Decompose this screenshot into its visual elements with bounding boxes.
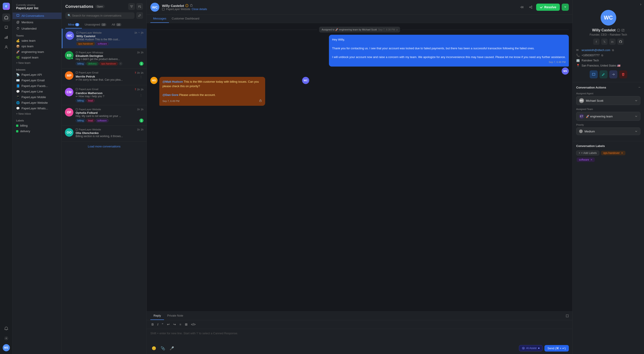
sidebar-inbox-website[interactable]: 🌐PaperLayer Website [12, 100, 62, 106]
agent-name: Michael Scott [586, 99, 603, 102]
matt-hudson-link[interactable]: @Matt Hudson [162, 80, 183, 83]
linkedin-social-icon[interactable]: in [609, 39, 616, 45]
conv-item-ophelia[interactable]: OF PaperLayer Website 1h1h Ophelia Folka… [62, 105, 146, 125]
chat-header: WC Willy Castelot ! PaperLayer Website C… [147, 0, 572, 15]
tab-mine[interactable]: Mine 6 [65, 21, 82, 29]
copy-phone-btn[interactable]: ⧉ [601, 54, 603, 57]
filter-btn[interactable] [128, 3, 135, 10]
nav-settings[interactable] [2, 334, 10, 342]
remove-ops-handover[interactable]: ✕ [621, 151, 623, 155]
contact-name: Willy Castelot [592, 28, 616, 32]
assigned-agent-select[interactable]: MS Michael Scott [576, 96, 640, 105]
audio-btn[interactable]: 🎤 [168, 344, 176, 352]
svg-point-16 [530, 7, 530, 8]
forward-contact-btn[interactable] [609, 70, 617, 78]
delete-contact-btn[interactable] [619, 70, 627, 78]
input-tab-note[interactable]: Private Note [164, 312, 186, 320]
twitter-social-icon[interactable]: 𝕏 [601, 39, 608, 45]
nav-contacts[interactable] [2, 43, 10, 51]
tab-unassigned[interactable]: Unassigned 10 [82, 21, 109, 29]
external-link-icon[interactable] [622, 29, 624, 32]
sidebar-label-billing[interactable]: billing [12, 123, 62, 128]
attach-btn[interactable]: 📎 [159, 344, 166, 352]
send-btn[interactable]: Send (⌘ + ↵) [544, 345, 569, 351]
bold-btn[interactable]: B [150, 322, 155, 327]
sidebar-inbox-line[interactable]: 💬PaperLayer Line [12, 89, 62, 94]
contact-phone: 📞 +16503037777 ⧉ [576, 53, 640, 58]
edit-contact-btn[interactable] [600, 70, 608, 78]
conv-menu-willy[interactable]: ⋮ [138, 31, 144, 38]
conv-menu-merrile[interactable]: ⋮ [138, 74, 144, 80]
undo-btn[interactable]: ↩ [166, 322, 171, 327]
add-labels-btn[interactable]: + + Add Labels [576, 150, 599, 155]
conv-menu-candice[interactable]: ⋮ [138, 92, 144, 99]
nav-reports[interactable] [2, 33, 10, 41]
sidebar-team-sales[interactable]: 💰sales team [12, 38, 62, 44]
nav-home[interactable] [2, 14, 10, 22]
sidebar-inbox-api[interactable]: 📡PaperLayer API [12, 72, 62, 78]
expand-system-msg[interactable]: › [396, 28, 398, 31]
sidebar-inbox-mobile[interactable]: 📱PaperLayer Mobile [12, 94, 62, 100]
assigned-team-select[interactable]: ET 🚀 engineering team [576, 112, 640, 121]
sidebar-inbox-facebook[interactable]: 📘PaperLayer Faceb... [12, 83, 62, 89]
list-btn[interactable]: ≡ [178, 322, 182, 327]
input-expand-btn[interactable] [566, 312, 569, 320]
collapse-conv-actions[interactable]: − [638, 85, 640, 89]
message-contact-btn[interactable] [590, 70, 598, 78]
conv-item-candice[interactable]: CM PaperLayer Email ‼️ 1h1h Candice Math… [62, 85, 146, 105]
ai-assist-btn[interactable]: AI Assist [519, 345, 543, 351]
quote-btn[interactable]: " [161, 322, 164, 327]
sort-btn[interactable] [136, 3, 143, 10]
conv-item-elisabeth[interactable]: ED PaperLayer Whatsapp 1h 1h Elisabeth D… [62, 48, 146, 69]
italic-btn[interactable]: I [156, 322, 159, 327]
sidebar-item-unattended[interactable]: ⏱ Unattended [12, 25, 62, 32]
new-inbox-btn[interactable]: + New inbox [12, 111, 62, 116]
sidebar-label-delivery[interactable]: delivery [12, 128, 62, 134]
sidebar-team-support[interactable]: 🌿support team [12, 55, 62, 60]
code-btn[interactable]: </> [190, 322, 197, 327]
sidebar: Currently viewing: PaperLayer Inc All Co… [12, 0, 62, 354]
sidebar-team-engineering[interactable]: 🚀engineering team [12, 49, 62, 55]
search-input[interactable] [65, 12, 134, 19]
whatsapp-status [71, 57, 74, 60]
more-tags-e[interactable]: › [119, 62, 122, 65]
labels-title: Conversation Labels [576, 144, 640, 148]
compose-btn[interactable] [136, 12, 143, 19]
conv-item-merrile[interactable]: MP PaperLayer Email ‼️ 1h1h Merrile Petr… [62, 69, 146, 85]
load-more-btn[interactable]: Load more conversations [62, 142, 146, 151]
conv-item-olia[interactable]: OO PaperLayer Website 1h1h Olia Olenchen… [62, 125, 146, 142]
svg-rect-10 [76, 108, 78, 110]
sidebar-item-mentions[interactable]: @ Mentions [12, 19, 62, 25]
ordered-list-btn[interactable]: ⊞ [184, 322, 189, 327]
chat-tab-dashboard[interactable]: Customer Dashboard [169, 15, 202, 23]
dan-gore-link[interactable]: @Dan Gore [162, 93, 178, 97]
facebook-social-icon[interactable]: f [593, 39, 600, 45]
redo-btn[interactable]: ↪ [172, 322, 177, 327]
right-panel-toggle[interactable]: › [640, 2, 641, 6]
sidebar-inbox-email[interactable]: ✉️PaperLayer Email [12, 78, 62, 83]
mute-btn[interactable] [518, 4, 526, 11]
tab-all[interactable]: All 16 [109, 21, 124, 29]
resolve-dropdown-btn[interactable] [562, 4, 569, 11]
conv-item-willy[interactable]: WC PaperLayer Website 1h 1h Willy Castel… [62, 29, 146, 48]
user-avatar[interactable]: MS [3, 344, 10, 351]
share-btn[interactable] [527, 4, 534, 11]
sidebar-item-all-conversations[interactable]: All Conversations [12, 13, 62, 19]
new-team-btn[interactable]: + New team [12, 60, 62, 66]
github-social-icon[interactable] [617, 39, 624, 45]
sidebar-inbox-whatsapp[interactable]: 💬PaperLayer Whats... [12, 106, 62, 111]
input-tab-reply[interactable]: Reply [150, 312, 164, 320]
nav-conversations[interactable] [2, 23, 10, 31]
chat-tab-messages[interactable]: Messages [150, 15, 169, 23]
copy-email-btn[interactable]: ⧉ [612, 49, 614, 52]
resolve-btn[interactable]: Resolve [536, 4, 560, 11]
close-details-btn[interactable]: Close details [192, 8, 207, 11]
sidebar-team-ops[interactable]: 📦ops team [12, 44, 62, 49]
app-logo[interactable] [3, 3, 10, 10]
emoji-btn[interactable]: 😊 [150, 344, 158, 352]
priority-select[interactable]: Medium [576, 127, 640, 135]
chat-input-field[interactable]: Shift + enter for new line. Start with '… [147, 329, 572, 342]
remove-software[interactable]: ✕ [590, 158, 592, 161]
nav-notifications[interactable] [2, 324, 10, 332]
labels-row-2: software ✕ [576, 157, 640, 162]
